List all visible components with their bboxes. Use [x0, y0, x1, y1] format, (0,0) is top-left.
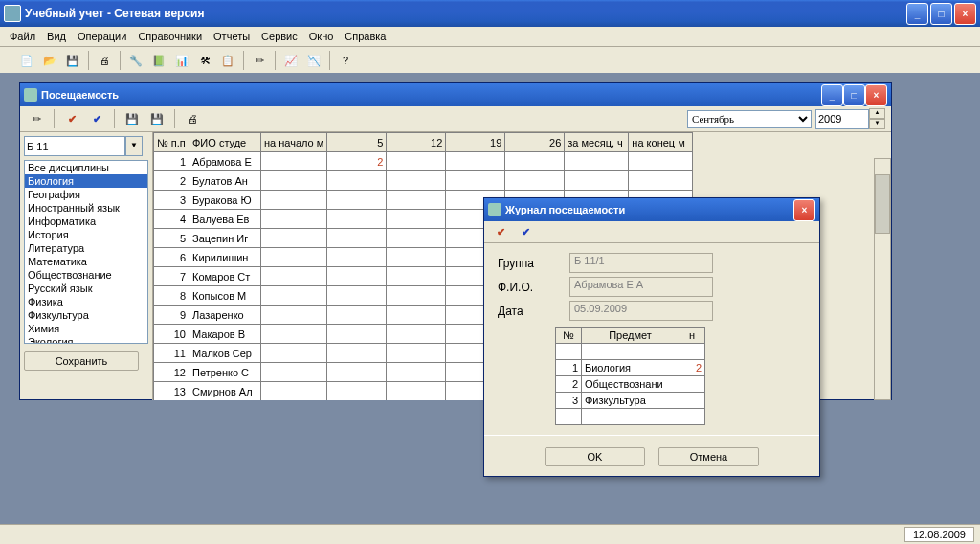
status-date: 12.08.2009 [904, 527, 974, 542]
discipline-item[interactable]: Математика [25, 255, 147, 268]
discipline-item[interactable]: История [25, 228, 147, 241]
vertical-scrollbar[interactable] [874, 158, 891, 400]
print-icon[interactable]: 🖨 [94, 50, 115, 71]
dialog-blue-check-icon[interactable]: ✔ [515, 221, 536, 242]
discipline-item[interactable]: Литература [25, 241, 147, 255]
child-minimize-button[interactable]: _ [821, 84, 843, 106]
mdi-area: Посещаемость _ □ × ✏ ✔ ✔ 💾 💾 🖨 Сентябрь [0, 73, 980, 525]
main-menubar: Файл Вид Операции Справочники Отчеты Сер… [0, 27, 980, 47]
child-close-button[interactable]: × [865, 84, 887, 106]
dialog-grid[interactable]: №Предметн1Биология22Обществознани3Физкул… [555, 327, 705, 425]
year-down-button[interactable]: ▼ [869, 119, 885, 129]
main-titlebar: Учебный учет - Сетевая версия _ □ × [0, 0, 980, 27]
menu-operations[interactable]: Операции [72, 29, 132, 44]
dialog-close-button[interactable]: × [793, 199, 815, 221]
attendance-title: Посещаемость [41, 89, 119, 101]
save-icon[interactable]: 💾 [62, 50, 83, 71]
discipline-item[interactable]: Физкультура [25, 308, 147, 322]
statusbar: 12.08.2009 [0, 524, 980, 544]
year-spinner[interactable]: ▲ ▼ [815, 108, 885, 129]
group-field: Б 11/1 [569, 253, 713, 273]
discipline-item[interactable]: Обществознание [25, 268, 147, 282]
discipline-item[interactable]: География [25, 188, 147, 201]
main-toolbar: 📄 📂 💾 🖨 🔧 📗 📊 🛠 📋 ✏ 📈 📉 ? [0, 47, 980, 75]
journal-dialog: Журнал посещаемости × ✔ ✔ Группа Б 11/1 … [483, 197, 820, 477]
menu-help[interactable]: Справка [339, 29, 391, 44]
menu-service[interactable]: Сервис [256, 29, 303, 44]
dialog-table-row[interactable]: 2Обществознани [556, 376, 705, 393]
minimize-button[interactable]: _ [906, 3, 928, 25]
group-combo[interactable]: ▼ [24, 136, 148, 156]
fio-label: Ф.И.О. [498, 281, 569, 294]
help-icon[interactable]: ? [335, 50, 356, 71]
disk-icon-2[interactable]: 💾 [146, 108, 167, 129]
dialog-title: Журнал посещаемости [505, 204, 625, 215]
tool-icon-6[interactable]: ✏ [249, 50, 270, 71]
discipline-item[interactable]: Информатика [25, 215, 147, 228]
dialog-toolbar: ✔ ✔ [484, 221, 819, 243]
group-label: Группа [498, 257, 569, 270]
fio-field: Абрамова Е А [569, 277, 713, 297]
blue-check-icon[interactable]: ✔ [86, 108, 107, 129]
discipline-item[interactable]: Русский язык [25, 282, 147, 295]
print-icon-2[interactable]: 🖨 [182, 108, 203, 129]
attendance-titlebar: Посещаемость _ □ × [20, 83, 891, 106]
discipline-item[interactable]: Биология [25, 174, 147, 188]
dialog-body: Группа Б 11/1 Ф.И.О. Абрамова Е А Дата 0… [484, 243, 819, 435]
ok-button[interactable]: OK [545, 447, 645, 466]
discipline-item[interactable]: Все дисциплины [25, 161, 147, 174]
dialog-titlebar: Журнал посещаемости × [484, 198, 819, 221]
dialog-red-check-icon[interactable]: ✔ [490, 221, 511, 242]
menu-references[interactable]: Справочники [132, 29, 208, 44]
red-check-icon[interactable]: ✔ [61, 108, 82, 129]
table-row[interactable]: 1Абрамова Е2 [154, 152, 693, 171]
tool-icon-7[interactable]: 📈 [280, 50, 301, 71]
group-input[interactable] [24, 136, 125, 156]
tool-icon-5[interactable]: 📋 [217, 50, 238, 71]
scrollbar-thumb[interactable] [875, 174, 890, 234]
tool-icon-2[interactable]: 📗 [148, 50, 169, 71]
discipline-listbox[interactable]: Все дисциплиныБиологияГеографияИностранн… [24, 160, 148, 344]
attendance-toolbar: ✏ ✔ ✔ 💾 💾 🖨 Сентябрь ▲ [20, 106, 891, 132]
tool-icon-4[interactable]: 🛠 [194, 50, 215, 71]
year-input[interactable] [815, 109, 869, 129]
year-up-button[interactable]: ▲ [869, 108, 885, 119]
app-icon [4, 5, 21, 22]
date-label: Дата [498, 305, 569, 318]
new-icon[interactable]: 📄 [16, 50, 37, 71]
group-dropdown-button[interactable]: ▼ [125, 136, 143, 156]
discipline-item[interactable]: Иностранный язык [25, 201, 147, 215]
edit-icon[interactable]: ✏ [26, 108, 47, 129]
menu-reports[interactable]: Отчеты [208, 29, 256, 44]
maximize-button[interactable]: □ [930, 3, 952, 25]
menu-file[interactable]: Файл [4, 29, 41, 44]
app-title: Учебный учет - Сетевая версия [25, 7, 906, 20]
dialog-table-row[interactable]: 3Физкультура [556, 393, 705, 409]
disk-icon-1[interactable]: 💾 [122, 108, 143, 129]
dialog-table-row[interactable]: 1Биология2 [556, 360, 705, 376]
menu-window[interactable]: Окно [303, 29, 340, 44]
cancel-button[interactable]: Отмена [658, 447, 759, 466]
open-icon[interactable]: 📂 [39, 50, 60, 71]
attendance-icon [24, 88, 37, 102]
close-button[interactable]: × [954, 3, 976, 25]
journal-icon [488, 203, 501, 216]
discipline-item[interactable]: Экология [25, 335, 147, 344]
discipline-item[interactable]: Физика [25, 295, 147, 308]
date-field: 05.09.2009 [569, 301, 713, 321]
discipline-item[interactable]: Химия [25, 322, 147, 335]
left-panel: ▼ Все дисциплиныБиологияГеографияИностра… [20, 132, 153, 400]
tool-icon-8[interactable]: 📉 [303, 50, 324, 71]
month-select[interactable]: Сентябрь [687, 110, 812, 128]
tool-icon-3[interactable]: 📊 [171, 50, 192, 71]
tool-icon-1[interactable]: 🔧 [125, 50, 146, 71]
child-maximize-button[interactable]: □ [843, 84, 865, 106]
table-row[interactable]: 2Булатов Ан [154, 171, 693, 191]
save-button[interactable]: Сохранить [24, 351, 139, 371]
menu-view[interactable]: Вид [41, 29, 72, 44]
dialog-buttons: OK Отмена [484, 435, 819, 476]
